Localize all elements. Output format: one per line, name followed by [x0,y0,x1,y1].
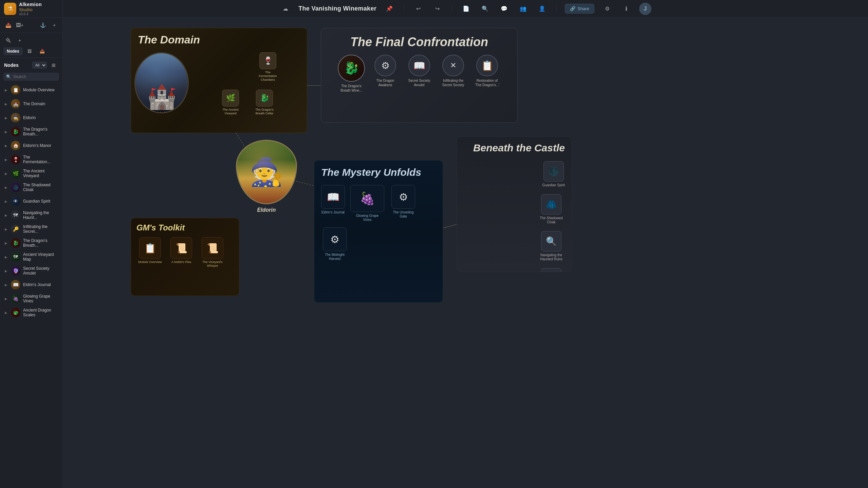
divider-2 [451,5,452,13]
node-label: Ancient Vineyard Map [23,252,58,262]
node-icon: 🌿 [11,169,20,178]
glowing-grape-vines-node[interactable]: 🍇 Glowing Grape Vines [350,185,384,222]
shadowed-cloak-node[interactable]: 🧥 The Shadowed Cloak [538,194,565,224]
node-icon: 🔮 [11,266,20,276]
domain-inner: Eldorin's Manor 🍷 The Fermentation Chamb… [131,49,307,130]
gm-vineyard-whisper-node[interactable]: 📜 The Vineyard's Whisper [199,237,226,268]
sidebar-node-item[interactable]: ▶ 👁 Guardian Spirit [1,194,61,208]
undo-button[interactable]: ↩ [412,3,424,15]
share-icon: 🔗 [570,6,575,11]
unveiling-gala-label: The Unveiling Gala [390,210,417,219]
final-confrontation-title: The Final Confrontation [321,28,517,55]
gm-nobles-plea-node[interactable]: 📜 A Noble's Plea [168,237,195,268]
logo-area: ⚗ Alkemion Studio v0.6.4 [0,0,63,17]
node-icon: 🐉 [11,238,20,248]
search-button[interactable]: 🔍 [479,3,491,15]
canvas-area[interactable]: The Domain Eldorin's Manor 🍷 The Ferment… [63,18,868,488]
export-button[interactable]: 📄 [460,3,472,15]
search-icon: 🔍 [6,74,11,79]
sidebar-node-item[interactable]: ▶ 🐉 The Dragon's Breath... [1,125,61,138]
node-expand-icon: ▶ [5,130,7,134]
node-label: Guardian Spirit [23,199,50,204]
person-button[interactable]: 👤 [536,3,548,15]
sidebar-node-item[interactable]: ▶ 🗺 Navigating the Haunt... [1,208,61,222]
cloud-button[interactable]: ☁ [279,3,292,15]
sidebar-anchor-button[interactable]: ⚓ [38,20,48,30]
navigating-haunted-ruins-node[interactable]: 🔍 Navigating the Haunted Ruins [538,231,565,261]
node-icon: 📋 [11,85,20,95]
sidebar-node-item[interactable]: ▶ 🗺 Ancient Vineyard Map [1,250,61,264]
dragon-awakens-node[interactable]: ⚙ The Dragon Awakens [372,55,399,87]
eldorin-portrait: 🧙 [236,140,297,204]
node-expand-icon: ▶ [5,172,7,175]
node-expand-icon: ▶ [5,269,7,273]
app-name: Alkemion [19,2,42,7]
sidebar-node-item[interactable]: ▶ 📖 Eldrin's Journal [1,278,61,292]
node-list: ▶ 📋 Module Overview ▶ 🏰 The Domain ▶ 🧙 E… [0,83,62,488]
infiltrating-node[interactable]: ✕ Infiltrating the Secret Society [440,55,467,87]
sidebar-add-button[interactable]: + [50,20,59,30]
settings-button[interactable]: ⚙ [601,3,613,15]
comment-button[interactable]: 💬 [498,3,510,15]
sidebar-node-item[interactable]: ▶ 🌑 The Shadowed Cloak [1,181,61,194]
beneath-the-castle-card: Beneath the Castle 🌑 Guardian Spirit 🧥 T… [457,136,572,272]
search-input[interactable] [13,74,64,79]
filter-icon-button[interactable]: ⊞ [49,60,58,70]
search-box: 🔍 [3,73,59,81]
sidebar-node-item[interactable]: ▶ 🏰 The Domain [1,97,61,111]
sidebar-add-image-button[interactable]: 🖼+ [15,20,24,30]
share-button[interactable]: 🔗 Share [565,4,594,14]
info-button[interactable]: ℹ [620,3,632,15]
sidebar-share-button[interactable]: 📤 [3,20,13,30]
pin-button[interactable]: 📌 [383,3,395,15]
domain-location-label: Eldorin's Manor [147,110,177,113]
dragon-breath-cellar-node[interactable]: 🐉 The Dragon's Breath Cellar [253,90,276,115]
filter-select[interactable]: All [32,62,47,69]
sidebar-node-item[interactable]: ▶ 🧙 Eldorin [1,111,61,125]
tab-nodes[interactable]: Nodes [3,47,23,55]
node-expand-icon: ▶ [5,116,7,120]
node-expand-icon: ▶ [5,144,7,148]
sidebar-add-plugin-button[interactable]: + [15,36,24,45]
divider-1 [404,5,404,13]
fermentation-label: The Fermentation Chambers [256,71,280,81]
sidebar-node-item[interactable]: ▶ 🌿 The Ancient Vineyard [1,167,61,180]
sidebar-node-item[interactable]: ▶ 🔑 Infiltrating the Secret... [1,222,61,236]
dragon-breath-wine-node[interactable]: 🐉 The Dragon's Breath Wine... [338,55,365,93]
tab-export[interactable]: 📥 [36,47,48,55]
shadowed-cloak-label: The Shadowed Cloak [538,216,565,224]
node-label: The Domain [23,101,45,106]
users-button[interactable]: 👥 [517,3,529,15]
ancient-dragon-scales-node[interactable]: 🐲 Ancient Dragon Scales [538,268,565,272]
node-icon: 🏠 [11,141,20,150]
unveiling-gala-node[interactable]: ⚙ The Unveiling Gala [390,185,417,222]
node-label: Module Overview [23,88,55,92]
fermentation-node[interactable]: 🍷 The Fermentation Chambers [256,52,280,81]
user-avatar-button[interactable]: J [639,3,651,15]
guardian-spirit-icon: 🌑 [543,161,564,182]
dragon-awakens-label: The Dragon Awakens [372,78,399,87]
sidebar-node-item[interactable]: ▶ 🔮 Secret Society Amulet [1,264,61,278]
node-label: The Shadowed Cloak [23,183,58,192]
node-label: Navigating the Haunt... [23,210,58,220]
gm-module-overview-node[interactable]: 📋 Module Overview [136,237,164,268]
fermentation-icon: 🍷 [259,52,276,69]
eldrins-journal-node[interactable]: 📖 Eldrin's Journal [321,185,345,222]
restoration-node[interactable]: 📋 Restoration of 'The Dragon's...' [474,55,501,87]
guardian-spirit-node[interactable]: 🌑 Guardian Spirit [542,161,565,187]
nodes-tab-label: Nodes [7,49,19,54]
redo-button[interactable]: ↪ [431,3,443,15]
ancient-vineyard-node[interactable]: 🌿 The Ancient Vineyard [219,90,242,115]
midnight-harvest-node[interactable]: ⚙ The Midnight Harvest [321,227,348,261]
node-expand-icon: ▶ [5,186,7,189]
sidebar-node-item[interactable]: ▶ 🍇 Glowing Grape Vines [1,292,61,305]
sidebar-node-item[interactable]: ▶ 🏠 Eldorin's Manor [1,139,61,152]
sidebar-node-item[interactable]: ▶ 🐲 Ancient Dragon Scales [1,306,61,319]
main-layout: 📤 🖼+ ⚓ + 🔌 + Nodes 🖼 📥 Nodes All ⊞ [0,18,868,488]
sidebar-node-item[interactable]: ▶ 🍷 The Fermentation... [1,153,61,166]
tab-images[interactable]: 🖼 [24,47,35,55]
sidebar-plugin-button[interactable]: 🔌 [3,36,13,45]
sidebar-node-item[interactable]: ▶ 🐉 The Dragon's Breath... [1,236,61,250]
secret-society-amulet-node[interactable]: 📖 Secret Society Amulet [406,55,433,87]
sidebar-node-item[interactable]: ▶ 📋 Module Overview [1,83,61,97]
